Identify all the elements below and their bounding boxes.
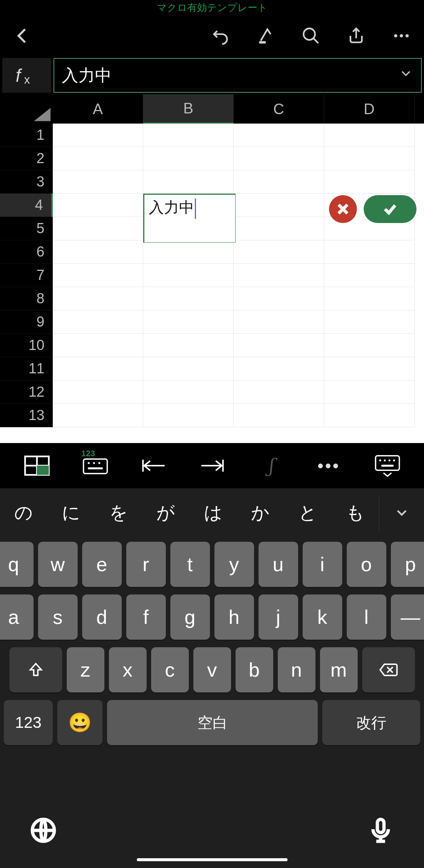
key-j[interactable]: j — [259, 594, 298, 640]
share-button[interactable] — [345, 24, 367, 47]
key-enter[interactable]: 改行 — [322, 700, 420, 745]
cell[interactable] — [143, 404, 234, 427]
row-header-3[interactable]: 3 — [0, 170, 53, 194]
cell[interactable] — [324, 287, 415, 310]
more-button[interactable] — [390, 24, 413, 47]
cell[interactable] — [324, 404, 415, 427]
cell[interactable] — [324, 310, 415, 334]
cell[interactable] — [143, 264, 234, 287]
row-header-2[interactable]: 2 — [0, 147, 53, 170]
cell[interactable] — [234, 170, 324, 194]
cell[interactable] — [53, 381, 143, 404]
suggestion[interactable]: の — [0, 501, 47, 525]
suggestion[interactable]: か — [237, 501, 284, 525]
function-button[interactable]: ʃ — [254, 452, 288, 479]
column-header-A[interactable]: A — [53, 94, 143, 124]
cell[interactable] — [53, 264, 143, 287]
spreadsheet[interactable]: ABCD 12345678910111213 入力中 — [0, 94, 424, 443]
row-header-8[interactable]: 8 — [0, 287, 53, 310]
row-header-11[interactable]: 11 — [0, 357, 53, 381]
key-n[interactable]: n — [278, 647, 315, 692]
cell[interactable] — [53, 147, 143, 170]
cell[interactable] — [53, 310, 143, 334]
key-x[interactable]: x — [109, 647, 147, 692]
key-p[interactable]: p — [391, 542, 424, 587]
key-s[interactable]: s — [38, 594, 78, 640]
key-d[interactable]: d — [82, 594, 122, 640]
key-space[interactable]: 空白 — [107, 700, 318, 745]
formula-expand-icon[interactable] — [398, 66, 413, 85]
key-—[interactable]: — — [391, 594, 424, 640]
cell[interactable] — [324, 357, 415, 381]
key-t[interactable]: t — [170, 542, 210, 587]
key-l[interactable]: l — [347, 594, 386, 640]
key-f[interactable]: f — [126, 594, 166, 640]
row-header-1[interactable]: 1 — [0, 124, 53, 147]
suggestion[interactable]: も — [331, 501, 379, 525]
suggestion[interactable]: に — [47, 501, 95, 525]
cell[interactable] — [143, 334, 234, 357]
key-o[interactable]: o — [347, 542, 386, 587]
cell[interactable] — [53, 217, 143, 240]
home-indicator[interactable] — [137, 858, 288, 861]
cell[interactable] — [234, 310, 324, 334]
row-header-6[interactable]: 6 — [0, 240, 53, 264]
cell[interactable] — [234, 357, 324, 381]
cell[interactable] — [143, 310, 234, 334]
row-header-4[interactable]: 4 — [0, 194, 53, 217]
more-input-options[interactable]: ••• — [312, 452, 346, 479]
format-button[interactable] — [254, 24, 277, 47]
cell[interactable] — [143, 357, 234, 381]
cell[interactable] — [53, 170, 143, 194]
row-header-5[interactable]: 5 — [0, 217, 53, 240]
cell[interactable] — [324, 381, 415, 404]
fx-icon[interactable]: fx — [2, 58, 51, 93]
key-k[interactable]: k — [303, 594, 342, 640]
numeric-keyboard-toggle[interactable] — [78, 452, 112, 479]
globe-button[interactable] — [30, 817, 57, 845]
search-button[interactable] — [300, 24, 322, 47]
key-mode-123[interactable]: 123 — [4, 700, 53, 745]
suggestion-expand-icon[interactable] — [379, 496, 424, 530]
suggestion[interactable]: は — [190, 501, 237, 525]
key-c[interactable]: c — [151, 647, 189, 692]
cell[interactable] — [234, 147, 324, 170]
cell[interactable] — [53, 194, 143, 217]
row-header-12[interactable]: 12 — [0, 381, 53, 404]
column-header-C[interactable]: C — [234, 94, 324, 124]
cell[interactable] — [234, 287, 324, 310]
formula-input[interactable]: 入力中 — [54, 58, 422, 93]
cell[interactable] — [324, 147, 415, 170]
cell[interactable] — [53, 404, 143, 427]
key-q[interactable]: q — [0, 542, 34, 587]
key-a[interactable]: a — [0, 594, 34, 640]
cell[interactable] — [143, 287, 234, 310]
cell[interactable] — [234, 217, 324, 240]
back-button[interactable] — [11, 24, 34, 47]
suggestion[interactable]: が — [142, 501, 190, 525]
cell[interactable] — [143, 381, 234, 404]
undo-button[interactable] — [209, 24, 232, 47]
key-r[interactable]: r — [126, 542, 166, 587]
cell[interactable] — [324, 334, 415, 357]
cancel-edit-button[interactable] — [329, 195, 357, 223]
key-b[interactable]: b — [236, 647, 273, 692]
suggestion[interactable]: と — [284, 501, 332, 525]
cell[interactable] — [53, 334, 143, 357]
cell[interactable] — [234, 124, 324, 147]
row-header-7[interactable]: 7 — [0, 264, 53, 287]
key-g[interactable]: g — [170, 594, 210, 640]
key-shift[interactable] — [9, 647, 62, 692]
key-i[interactable]: i — [303, 542, 342, 587]
key-u[interactable]: u — [259, 542, 298, 587]
row-header-9[interactable]: 9 — [0, 310, 53, 334]
cell[interactable] — [143, 240, 234, 264]
cell[interactable] — [324, 170, 415, 194]
cell[interactable] — [53, 240, 143, 264]
cell[interactable] — [53, 124, 143, 147]
key-z[interactable]: z — [67, 647, 104, 692]
row-header-10[interactable]: 10 — [0, 334, 53, 357]
cell[interactable] — [143, 170, 234, 194]
key-backspace[interactable] — [362, 647, 415, 692]
key-y[interactable]: y — [214, 542, 254, 587]
